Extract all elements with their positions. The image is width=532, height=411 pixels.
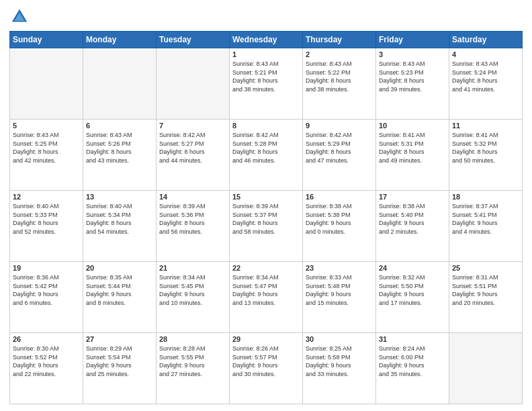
day-number: 22 — [232, 264, 300, 272]
day-number: 31 — [379, 335, 446, 343]
calendar-cell: 23Sunrise: 8:33 AM Sunset: 5:48 PM Dayli… — [303, 262, 376, 333]
weekday-header-thursday: Thursday — [303, 32, 376, 48]
calendar-cell: 8Sunrise: 8:42 AM Sunset: 5:28 PM Daylig… — [230, 120, 303, 191]
weekday-header-saturday: Saturday — [449, 32, 523, 48]
day-info: Sunrise: 8:38 AM Sunset: 5:40 PM Dayligh… — [379, 202, 446, 236]
day-info: Sunrise: 8:42 AM Sunset: 5:27 PM Dayligh… — [159, 131, 226, 165]
week-row-5: 26Sunrise: 8:30 AM Sunset: 5:52 PM Dayli… — [10, 333, 523, 404]
day-info: Sunrise: 8:43 AM Sunset: 5:22 PM Dayligh… — [306, 60, 373, 93]
day-number: 20 — [86, 264, 153, 272]
calendar-cell: 2Sunrise: 8:43 AM Sunset: 5:22 PM Daylig… — [303, 48, 376, 120]
calendar-cell — [10, 48, 83, 120]
calendar-cell: 13Sunrise: 8:40 AM Sunset: 5:34 PM Dayli… — [83, 191, 157, 262]
calendar-cell: 26Sunrise: 8:30 AM Sunset: 5:52 PM Dayli… — [10, 333, 83, 404]
day-number: 18 — [452, 193, 519, 201]
calendar-cell: 29Sunrise: 8:26 AM Sunset: 5:57 PM Dayli… — [230, 333, 303, 404]
day-info: Sunrise: 8:40 AM Sunset: 5:33 PM Dayligh… — [13, 202, 80, 236]
calendar-cell: 9Sunrise: 8:42 AM Sunset: 5:29 PM Daylig… — [303, 120, 376, 191]
day-number: 14 — [159, 193, 226, 201]
day-info: Sunrise: 8:25 AM Sunset: 5:58 PM Dayligh… — [306, 345, 373, 378]
calendar-cell: 4Sunrise: 8:43 AM Sunset: 5:24 PM Daylig… — [449, 48, 523, 120]
day-info: Sunrise: 8:35 AM Sunset: 5:44 PM Dayligh… — [86, 273, 153, 307]
day-info: Sunrise: 8:34 AM Sunset: 5:47 PM Dayligh… — [232, 273, 300, 307]
day-info: Sunrise: 8:36 AM Sunset: 5:42 PM Dayligh… — [13, 273, 80, 307]
calendar-cell — [449, 333, 523, 404]
weekday-header-sunday: Sunday — [10, 32, 83, 48]
day-number: 12 — [13, 193, 80, 201]
day-info: Sunrise: 8:29 AM Sunset: 5:54 PM Dayligh… — [86, 345, 153, 378]
logo — [9, 7, 32, 27]
day-number: 13 — [86, 193, 153, 201]
calendar-cell: 16Sunrise: 8:38 AM Sunset: 5:38 PM Dayli… — [303, 191, 376, 262]
day-info: Sunrise: 8:39 AM Sunset: 5:37 PM Dayligh… — [232, 202, 300, 236]
day-number: 29 — [232, 335, 300, 343]
day-number: 26 — [13, 335, 80, 343]
calendar-cell: 30Sunrise: 8:25 AM Sunset: 5:58 PM Dayli… — [303, 333, 376, 404]
day-number: 21 — [159, 264, 226, 272]
day-info: Sunrise: 8:24 AM Sunset: 6:00 PM Dayligh… — [379, 345, 446, 378]
calendar-cell: 15Sunrise: 8:39 AM Sunset: 5:37 PM Dayli… — [230, 191, 303, 262]
day-number: 4 — [452, 50, 519, 58]
calendar-cell: 12Sunrise: 8:40 AM Sunset: 5:33 PM Dayli… — [10, 191, 83, 262]
calendar-cell: 1Sunrise: 8:43 AM Sunset: 5:21 PM Daylig… — [230, 48, 303, 120]
weekday-header-friday: Friday — [376, 32, 449, 48]
calendar-cell: 19Sunrise: 8:36 AM Sunset: 5:42 PM Dayli… — [10, 262, 83, 333]
day-number: 15 — [232, 193, 300, 201]
calendar-cell: 11Sunrise: 8:41 AM Sunset: 5:32 PM Dayli… — [449, 120, 523, 191]
header — [9, 7, 523, 27]
calendar-cell: 3Sunrise: 8:43 AM Sunset: 5:23 PM Daylig… — [376, 48, 449, 120]
day-info: Sunrise: 8:43 AM Sunset: 5:23 PM Dayligh… — [379, 60, 446, 93]
calendar-cell: 6Sunrise: 8:43 AM Sunset: 5:26 PM Daylig… — [83, 120, 157, 191]
calendar-cell: 28Sunrise: 8:28 AM Sunset: 5:55 PM Dayli… — [157, 333, 230, 404]
day-number: 23 — [306, 264, 373, 272]
week-row-3: 12Sunrise: 8:40 AM Sunset: 5:33 PM Dayli… — [10, 191, 523, 262]
calendar-cell: 10Sunrise: 8:41 AM Sunset: 5:31 PM Dayli… — [376, 120, 449, 191]
day-info: Sunrise: 8:31 AM Sunset: 5:51 PM Dayligh… — [452, 273, 519, 307]
day-number: 5 — [13, 122, 80, 130]
day-info: Sunrise: 8:33 AM Sunset: 5:48 PM Dayligh… — [306, 273, 373, 307]
day-info: Sunrise: 8:28 AM Sunset: 5:55 PM Dayligh… — [159, 345, 226, 378]
day-info: Sunrise: 8:32 AM Sunset: 5:50 PM Dayligh… — [379, 273, 446, 307]
day-info: Sunrise: 8:43 AM Sunset: 5:25 PM Dayligh… — [13, 131, 80, 165]
weekday-header-tuesday: Tuesday — [157, 32, 230, 48]
day-number: 24 — [379, 264, 446, 272]
week-row-1: 1Sunrise: 8:43 AM Sunset: 5:21 PM Daylig… — [10, 48, 523, 120]
day-number: 19 — [13, 264, 80, 272]
calendar-cell: 17Sunrise: 8:38 AM Sunset: 5:40 PM Dayli… — [376, 191, 449, 262]
weekday-header-monday: Monday — [83, 32, 157, 48]
day-info: Sunrise: 8:42 AM Sunset: 5:29 PM Dayligh… — [306, 131, 373, 165]
day-info: Sunrise: 8:43 AM Sunset: 5:24 PM Dayligh… — [452, 60, 519, 93]
day-info: Sunrise: 8:40 AM Sunset: 5:34 PM Dayligh… — [86, 202, 153, 236]
weekday-header-wednesday: Wednesday — [230, 32, 303, 48]
day-number: 9 — [306, 122, 373, 130]
calendar-cell: 14Sunrise: 8:39 AM Sunset: 5:36 PM Dayli… — [157, 191, 230, 262]
week-row-4: 19Sunrise: 8:36 AM Sunset: 5:42 PM Dayli… — [10, 262, 523, 333]
day-number: 30 — [306, 335, 373, 343]
page: SundayMondayTuesdayWednesdayThursdayFrid… — [0, 0, 532, 411]
day-info: Sunrise: 8:26 AM Sunset: 5:57 PM Dayligh… — [232, 345, 300, 378]
day-number: 1 — [232, 50, 300, 58]
day-number: 16 — [306, 193, 373, 201]
day-info: Sunrise: 8:43 AM Sunset: 5:21 PM Dayligh… — [232, 60, 300, 93]
day-info: Sunrise: 8:39 AM Sunset: 5:36 PM Dayligh… — [159, 202, 226, 236]
week-row-2: 5Sunrise: 8:43 AM Sunset: 5:25 PM Daylig… — [10, 120, 523, 191]
day-number: 2 — [306, 50, 373, 58]
day-info: Sunrise: 8:41 AM Sunset: 5:31 PM Dayligh… — [379, 131, 446, 165]
day-number: 11 — [452, 122, 519, 130]
day-number: 8 — [232, 122, 300, 130]
calendar-cell: 31Sunrise: 8:24 AM Sunset: 6:00 PM Dayli… — [376, 333, 449, 404]
calendar-cell: 22Sunrise: 8:34 AM Sunset: 5:47 PM Dayli… — [230, 262, 303, 333]
calendar-cell — [83, 48, 157, 120]
day-info: Sunrise: 8:38 AM Sunset: 5:38 PM Dayligh… — [306, 202, 373, 236]
calendar-cell: 24Sunrise: 8:32 AM Sunset: 5:50 PM Dayli… — [376, 262, 449, 333]
calendar-cell: 27Sunrise: 8:29 AM Sunset: 5:54 PM Dayli… — [83, 333, 157, 404]
day-number: 27 — [86, 335, 153, 343]
day-info: Sunrise: 8:30 AM Sunset: 5:52 PM Dayligh… — [13, 345, 80, 378]
calendar-cell: 20Sunrise: 8:35 AM Sunset: 5:44 PM Dayli… — [83, 262, 157, 333]
logo-icon — [9, 7, 30, 27]
calendar-cell — [157, 48, 230, 120]
calendar-cell: 7Sunrise: 8:42 AM Sunset: 5:27 PM Daylig… — [157, 120, 230, 191]
day-number: 28 — [159, 335, 226, 343]
weekday-header-row: SundayMondayTuesdayWednesdayThursdayFrid… — [10, 32, 523, 48]
calendar-cell: 5Sunrise: 8:43 AM Sunset: 5:25 PM Daylig… — [10, 120, 83, 191]
